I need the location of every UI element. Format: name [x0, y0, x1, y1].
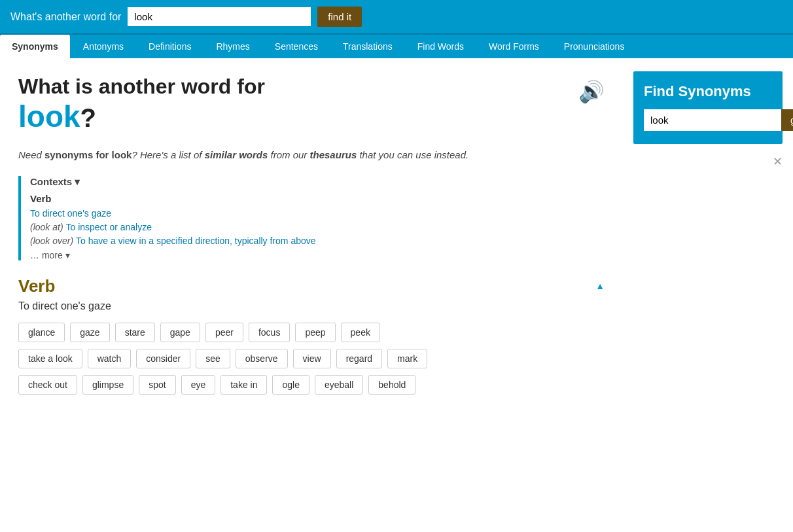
search-word: look: [18, 99, 80, 133]
tab-definitions[interactable]: Definitions: [137, 35, 203, 58]
find-synonyms-input[interactable]: [644, 109, 781, 131]
description: Need synonyms for look? Here's a list of…: [18, 147, 605, 163]
nav-tabs: Synonyms Antonyms Definitions Rhymes Sen…: [0, 33, 793, 58]
main-layout: What is another word for look? 🔊 Need sy…: [0, 58, 793, 417]
contexts-header[interactable]: Contexts ▾: [30, 176, 605, 188]
chip-take-a-look[interactable]: take a look: [18, 349, 82, 368]
sidebar: Find Synonyms go ✕: [623, 58, 793, 417]
content-area: What is another word for look? 🔊 Need sy…: [0, 58, 623, 417]
chip-take-in[interactable]: take in: [220, 375, 267, 395]
search-input[interactable]: [128, 7, 311, 26]
find-synonyms-title: Find Synonyms: [644, 83, 772, 100]
find-synonyms-row: go: [644, 109, 772, 131]
chips-row-1: glance gaze stare gape peer focus peep p…: [18, 323, 605, 342]
verb-collapse-icon[interactable]: ▲: [595, 281, 605, 291]
verb-title: Verb: [18, 276, 55, 296]
contexts-box: Contexts ▾ Verb To direct one's gaze (lo…: [18, 176, 605, 260]
tab-find-words[interactable]: Find Words: [406, 35, 476, 58]
context-item-2[interactable]: (look at) To inspect or analyze: [30, 222, 605, 232]
chip-regard[interactable]: regard: [336, 349, 382, 368]
tab-word-forms[interactable]: Word Forms: [477, 35, 551, 58]
title-row: What is another word for look? 🔊: [18, 74, 605, 135]
chip-watch[interactable]: watch: [88, 349, 132, 368]
chips-row-2: take a look watch consider see observe v…: [18, 349, 605, 368]
verb-header: Verb ▲: [18, 276, 605, 296]
close-icon[interactable]: ✕: [633, 154, 783, 169]
context-item-1[interactable]: To direct one's gaze: [30, 208, 605, 219]
context-type: Verb: [30, 193, 605, 204]
chip-gape[interactable]: gape: [160, 323, 200, 342]
chip-eyeball[interactable]: eyeball: [315, 375, 363, 395]
chips-row-3: check out glimpse spot eye take in ogle …: [18, 375, 605, 395]
sound-icon[interactable]: 🔊: [578, 79, 605, 104]
verb-subtitle: To direct one's gaze: [18, 300, 605, 312]
tab-pronunciations[interactable]: Pronunciations: [552, 35, 637, 58]
tab-antonyms[interactable]: Antonyms: [71, 35, 135, 58]
title-prefix: What is another word for: [18, 75, 265, 98]
page-title: What is another word for look?: [18, 74, 265, 135]
chip-focus[interactable]: focus: [249, 323, 290, 342]
chip-peek[interactable]: peek: [341, 323, 380, 342]
chip-ogle[interactable]: ogle: [272, 375, 309, 395]
chip-check-out[interactable]: check out: [18, 375, 77, 395]
chip-glimpse[interactable]: glimpse: [82, 375, 133, 395]
chip-spot[interactable]: spot: [139, 375, 175, 395]
chip-behold[interactable]: behold: [368, 375, 415, 395]
question-mark: ?: [80, 103, 96, 132]
find-it-button[interactable]: find it: [317, 7, 362, 27]
chip-peer[interactable]: peer: [205, 323, 243, 342]
chip-eye[interactable]: eye: [181, 375, 216, 395]
chip-glance[interactable]: glance: [18, 323, 65, 342]
verb-section: Verb ▲ To direct one's gaze glance gaze …: [18, 276, 605, 395]
tab-sentences[interactable]: Sentences: [263, 35, 330, 58]
chip-stare[interactable]: stare: [115, 323, 155, 342]
header: What's another word for find it: [0, 0, 793, 33]
context-item-3[interactable]: (look over) To have a view in a specifie…: [30, 236, 605, 246]
chip-view[interactable]: view: [293, 349, 331, 368]
tab-synonyms[interactable]: Synonyms: [0, 35, 70, 58]
tab-rhymes[interactable]: Rhymes: [204, 35, 261, 58]
chip-gaze[interactable]: gaze: [70, 323, 109, 342]
chip-mark[interactable]: mark: [387, 349, 427, 368]
header-label: What's another word for: [10, 11, 121, 23]
chip-consider[interactable]: consider: [136, 349, 190, 368]
chip-see[interactable]: see: [196, 349, 230, 368]
chip-observe[interactable]: observe: [236, 349, 288, 368]
tab-translations[interactable]: Translations: [331, 35, 404, 58]
context-more[interactable]: … more ▾: [30, 250, 605, 260]
find-synonyms-box: Find Synonyms go: [633, 71, 783, 144]
find-synonyms-go-button[interactable]: go: [781, 109, 793, 131]
chip-peep[interactable]: peep: [295, 323, 335, 342]
